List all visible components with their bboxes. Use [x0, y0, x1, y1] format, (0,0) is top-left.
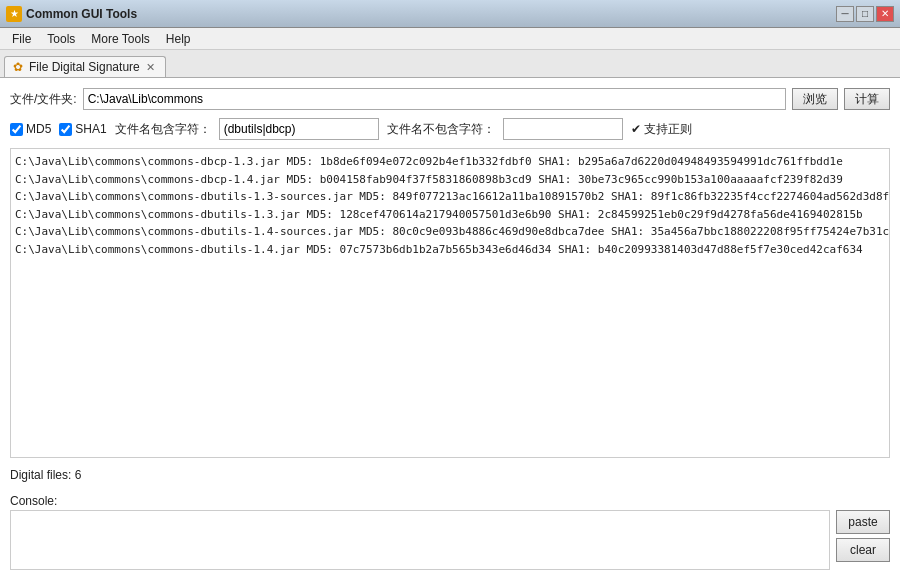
menu-help[interactable]: Help	[158, 30, 199, 48]
include-input[interactable]	[219, 118, 379, 140]
menu-more-tools[interactable]: More Tools	[83, 30, 157, 48]
md5-label: MD5	[26, 122, 51, 136]
console-textarea[interactable]	[10, 510, 830, 570]
menu-file[interactable]: File	[4, 30, 39, 48]
tab-close-button[interactable]: ✕	[146, 61, 155, 74]
path-label: 文件/文件夹:	[10, 91, 77, 108]
console-section: Console: paste clear	[10, 494, 890, 570]
main-content: 文件/文件夹: 浏览 计算 MD5 SHA1 文件名包含字符： 文件名不包含字符…	[0, 78, 900, 580]
compute-button[interactable]: 计算	[844, 88, 890, 110]
app-icon: ★	[6, 6, 22, 22]
tab-file-digital-signature[interactable]: ✿ File Digital Signature ✕	[4, 56, 166, 77]
console-buttons: paste clear	[836, 510, 890, 562]
result-row: C:\Java\Lib\commons\commons-dbutils-1.4.…	[15, 241, 885, 259]
menu-tools[interactable]: Tools	[39, 30, 83, 48]
exclude-label: 文件名不包含字符：	[387, 121, 495, 138]
console-label: Console:	[10, 494, 890, 508]
result-row: C:\Java\Lib\commons\commons-dbutils-1.3.…	[15, 206, 885, 224]
titlebar: ★ Common GUI Tools ─ □ ✕	[0, 0, 900, 28]
md5-checkbox[interactable]	[10, 123, 23, 136]
results-area: C:\Java\Lib\commons\commons-dbcp-1.3.jar…	[10, 148, 890, 458]
path-input[interactable]	[83, 88, 786, 110]
options-row: MD5 SHA1 文件名包含字符： 文件名不包含字符： ✔ 支持正则	[10, 118, 890, 140]
minimize-button[interactable]: ─	[836, 6, 854, 22]
md5-checkbox-group: MD5	[10, 122, 51, 136]
paste-button[interactable]: paste	[836, 510, 890, 534]
result-row: C:\Java\Lib\commons\commons-dbutils-1.4-…	[15, 223, 885, 241]
maximize-button[interactable]: □	[856, 6, 874, 22]
tab-icon: ✿	[13, 60, 23, 74]
regex-label: ✔ 支持正则	[631, 121, 692, 138]
sha1-checkbox[interactable]	[59, 123, 72, 136]
exclude-input[interactable]	[503, 118, 623, 140]
result-row: C:\Java\Lib\commons\commons-dbutils-1.3-…	[15, 188, 885, 206]
clear-button[interactable]: clear	[836, 538, 890, 562]
digital-files-count: Digital files: 6	[10, 466, 890, 484]
tab-label: File Digital Signature	[29, 60, 140, 74]
result-row: C:\Java\Lib\commons\commons-dbcp-1.4.jar…	[15, 171, 885, 189]
sha1-checkbox-group: SHA1	[59, 122, 106, 136]
include-label: 文件名包含字符：	[115, 121, 211, 138]
tabbar: ✿ File Digital Signature ✕	[0, 50, 900, 78]
sha1-label: SHA1	[75, 122, 106, 136]
browse-button[interactable]: 浏览	[792, 88, 838, 110]
path-row: 文件/文件夹: 浏览 计算	[10, 88, 890, 110]
result-row: C:\Java\Lib\commons\commons-dbcp-1.3.jar…	[15, 153, 885, 171]
window-controls: ─ □ ✕	[836, 6, 894, 22]
menubar: File Tools More Tools Help	[0, 28, 900, 50]
console-row: paste clear	[10, 510, 890, 570]
app-title: Common GUI Tools	[26, 7, 836, 21]
close-button[interactable]: ✕	[876, 6, 894, 22]
